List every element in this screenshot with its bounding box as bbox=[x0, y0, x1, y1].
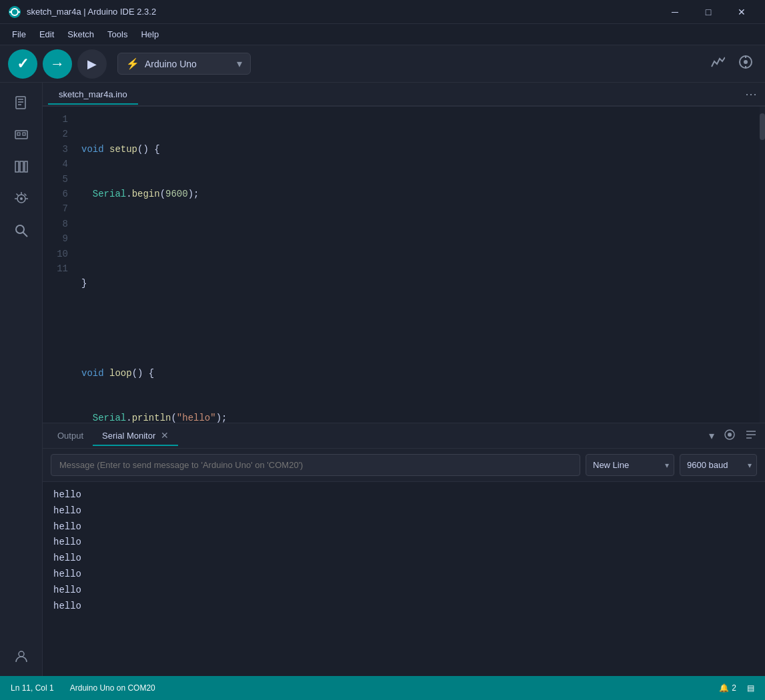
title-bar: sketch_mar4a | Arduino IDE 2.3.2 ─ □ ✕ bbox=[0, 0, 765, 24]
serial-input-row: No Line Ending New Line Carriage Return … bbox=[43, 449, 765, 482]
sidebar-sketchbook[interactable] bbox=[7, 88, 36, 117]
board-port-info: Arduino Uno on COM20 bbox=[70, 683, 155, 693]
bottom-panel: Output Serial Monitor ✕ ▾ bbox=[43, 423, 765, 676]
svg-point-24 bbox=[20, 197, 23, 200]
serial-output: hello hello hello hello hello hello hell… bbox=[43, 482, 765, 676]
content-area: sketch_mar4a.ino ⋯ 1 2 3 4 5 6 7 8 9 10 … bbox=[43, 83, 765, 676]
sidebar-profile[interactable] bbox=[7, 641, 36, 671]
layout-toggle-icon[interactable]: ▤ bbox=[747, 683, 754, 693]
cursor-position: Ln 11, Col 1 bbox=[11, 683, 54, 693]
svg-rect-16 bbox=[20, 161, 23, 172]
code-line-5 bbox=[81, 321, 765, 335]
panel-clear-button[interactable] bbox=[742, 426, 760, 446]
panel-controls: ▾ bbox=[706, 426, 760, 446]
status-bar-right: 🔔 2 ▤ bbox=[719, 683, 754, 693]
editor-scrollbar-thumb[interactable] bbox=[760, 113, 765, 140]
svg-point-27 bbox=[19, 651, 24, 657]
menu-file[interactable]: File bbox=[5, 27, 33, 42]
notification-icon: 🔔 bbox=[719, 683, 729, 693]
list-item: hello bbox=[53, 551, 754, 567]
svg-point-29 bbox=[728, 433, 732, 437]
menu-tools[interactable]: Tools bbox=[101, 27, 134, 42]
toolbar: ✓ → ▶ ⚡ Arduino Uno ▾ bbox=[0, 45, 765, 83]
code-line-4: } bbox=[81, 276, 765, 291]
main-layout: sketch_mar4a.ino ⋯ 1 2 3 4 5 6 7 8 9 10 … bbox=[0, 83, 765, 676]
svg-rect-8 bbox=[16, 97, 25, 109]
editor-tab-bar: sketch_mar4a.ino ⋯ bbox=[43, 83, 765, 107]
svg-line-22 bbox=[16, 194, 18, 196]
panel-autoscroll-button[interactable] bbox=[721, 426, 738, 446]
sidebar bbox=[0, 83, 43, 676]
notification-badge[interactable]: 🔔 2 bbox=[719, 683, 736, 693]
panel-tab-serial-monitor[interactable]: Serial Monitor ✕ bbox=[93, 426, 178, 446]
panel-tab-output[interactable]: Output bbox=[48, 427, 93, 445]
tab-filename: sketch_mar4a.ino bbox=[59, 89, 127, 99]
serial-message-input[interactable] bbox=[51, 454, 580, 476]
serial-plotter-button[interactable] bbox=[706, 51, 729, 77]
editor-scrollbar[interactable] bbox=[760, 107, 765, 423]
code-line-2: Serial.begin(9600); bbox=[81, 187, 765, 201]
menu-sketch[interactable]: Sketch bbox=[61, 27, 101, 42]
app-icon bbox=[8, 5, 21, 19]
maximize-button[interactable]: □ bbox=[693, 0, 724, 24]
usb-icon: ⚡ bbox=[126, 57, 139, 70]
close-button[interactable]: ✕ bbox=[726, 0, 757, 24]
code-line-6: void loop() { bbox=[81, 366, 765, 381]
svg-line-23 bbox=[24, 194, 26, 196]
board-selector[interactable]: ⚡ Arduino Uno ▾ bbox=[117, 53, 251, 75]
debug-button[interactable]: ▶ bbox=[77, 49, 107, 79]
baud-select-wrapper: 300 baud 600 baud 1200 baud 2400 baud 48… bbox=[680, 454, 757, 476]
newline-select-wrapper: No Line Ending New Line Carriage Return … bbox=[586, 454, 674, 476]
status-bar: Ln 11, Col 1 Arduino Uno on COM20 🔔 2 ▤ bbox=[0, 676, 765, 700]
code-editor[interactable]: 1 2 3 4 5 6 7 8 9 10 11 void setup() { S… bbox=[43, 107, 765, 423]
list-item: hello bbox=[53, 487, 754, 503]
svg-rect-17 bbox=[25, 161, 27, 172]
menu-edit[interactable]: Edit bbox=[33, 27, 61, 42]
menu-help[interactable]: Help bbox=[134, 27, 165, 42]
sidebar-search[interactable] bbox=[7, 216, 36, 245]
tab-more-button[interactable]: ⋯ bbox=[742, 84, 760, 104]
code-line-7: Serial.println("hello"); bbox=[81, 411, 765, 423]
list-item: hello bbox=[53, 599, 754, 615]
line-numbers: 1 2 3 4 5 6 7 8 9 10 11 bbox=[43, 107, 76, 423]
upload-button[interactable]: → bbox=[43, 49, 72, 79]
svg-point-25 bbox=[16, 225, 24, 233]
board-name: Arduino Uno bbox=[145, 59, 231, 69]
editor-tab-sketch[interactable]: sketch_mar4a.ino bbox=[48, 85, 138, 105]
svg-rect-14 bbox=[23, 133, 25, 135]
svg-point-5 bbox=[744, 60, 748, 64]
svg-rect-13 bbox=[17, 133, 20, 135]
window-title: sketch_mar4a | Arduino IDE 2.3.2 bbox=[27, 7, 660, 17]
window-controls: ─ □ ✕ bbox=[660, 0, 757, 24]
code-content[interactable]: void setup() { Serial.begin(9600); } voi… bbox=[76, 107, 765, 423]
toolbar-right bbox=[706, 51, 757, 77]
panel-collapse-button[interactable]: ▾ bbox=[706, 427, 717, 445]
sidebar-library-manager[interactable] bbox=[7, 152, 36, 181]
notification-count: 2 bbox=[732, 683, 736, 693]
list-item: hello bbox=[53, 519, 754, 535]
sidebar-board-manager[interactable] bbox=[7, 120, 36, 149]
newline-select[interactable]: No Line Ending New Line Carriage Return … bbox=[586, 454, 674, 476]
baud-select[interactable]: 300 baud 600 baud 1200 baud 2400 baud 48… bbox=[680, 454, 757, 476]
list-item: hello bbox=[53, 583, 754, 599]
svg-rect-15 bbox=[15, 161, 19, 172]
list-item: hello bbox=[53, 535, 754, 551]
menu-bar: File Edit Sketch Tools Help bbox=[0, 24, 765, 45]
list-item: hello bbox=[53, 503, 754, 519]
panel-tab-close-button[interactable]: ✕ bbox=[161, 430, 169, 441]
minimize-button[interactable]: ─ bbox=[660, 0, 690, 24]
list-item: hello bbox=[53, 567, 754, 583]
sidebar-debug[interactable] bbox=[7, 184, 36, 213]
code-line-3 bbox=[81, 231, 765, 246]
serial-monitor-button[interactable] bbox=[734, 51, 757, 77]
panel-tab-bar: Output Serial Monitor ✕ ▾ bbox=[43, 423, 765, 449]
verify-button[interactable]: ✓ bbox=[8, 49, 37, 79]
svg-line-26 bbox=[23, 233, 27, 237]
code-line-1: void setup() { bbox=[81, 142, 765, 157]
dropdown-arrow-icon: ▾ bbox=[237, 57, 242, 70]
